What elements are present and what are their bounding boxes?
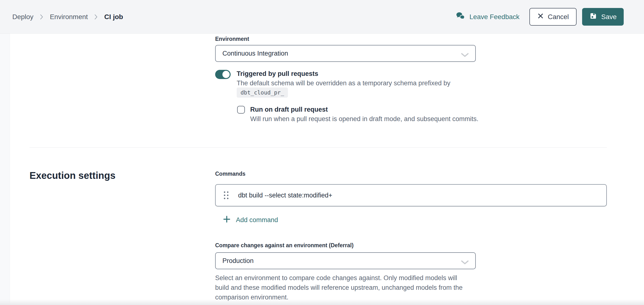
chevron-down-icon [461, 52, 469, 59]
draft-pr-checkbox[interactable] [237, 106, 245, 114]
ci-job-settings-page: Deploy Environment CI job Leave Feedback [0, 0, 644, 305]
leave-feedback-link[interactable]: Leave Feedback [456, 0, 520, 34]
chevron-right-icon [40, 14, 44, 20]
environment-select-value: Continuous Integration [222, 50, 288, 57]
chat-bubbles-icon [456, 12, 465, 22]
bottom-fade [0, 299, 644, 305]
breadcrumb-deploy[interactable]: Deploy [12, 13, 33, 21]
add-command-button[interactable]: Add command [223, 215, 278, 225]
draft-pr-description: Will run when a pull request is opened i… [250, 115, 478, 123]
drag-handle-icon[interactable] [224, 192, 228, 199]
section-divider [30, 148, 607, 148]
commands-field-label: Commands [215, 171, 245, 177]
page-header: Deploy Environment CI job Leave Feedback [0, 0, 644, 34]
deferral-select-value: Production [222, 257, 254, 265]
breadcrumb-environment[interactable]: Environment [50, 13, 88, 21]
pr-trigger-toggle[interactable] [215, 70, 230, 79]
x-icon [537, 12, 544, 21]
save-button[interactable]: Save [582, 8, 624, 26]
cancel-button[interactable]: Cancel [530, 8, 576, 26]
floppy-disk-icon [589, 12, 597, 22]
chevron-right-icon [94, 14, 98, 20]
command-input[interactable]: dbt build --select state:modified+ [238, 192, 332, 199]
pr-trigger-label: Triggered by pull requests [237, 70, 318, 78]
leave-feedback-label: Leave Feedback [470, 13, 520, 21]
cancel-label: Cancel [548, 13, 569, 21]
pr-trigger-description: The default schema will be overridden as… [237, 80, 450, 87]
schema-prefix-code: dbt_cloud_pr_ [237, 88, 288, 98]
deferral-description: Select an environment to compare code ch… [215, 273, 472, 302]
deferral-select[interactable]: Production [215, 252, 476, 269]
plus-icon [223, 215, 230, 225]
chevron-down-icon [461, 259, 469, 266]
save-label: Save [601, 13, 617, 21]
breadcrumb: Deploy Environment CI job [12, 0, 123, 34]
draft-pr-label: Run on draft pull request [250, 106, 328, 113]
environment-field-label: Environment [215, 36, 249, 42]
add-command-label: Add command [236, 216, 278, 224]
toggle-knob [222, 71, 230, 78]
deferral-field-label: Compare changes against an environment (… [215, 242, 354, 249]
left-gutter [0, 34, 10, 305]
environment-select[interactable]: Continuous Integration [215, 45, 476, 62]
command-row[interactable]: dbt build --select state:modified+ [215, 184, 607, 206]
execution-settings-title: Execution settings [30, 170, 116, 181]
breadcrumb-ci-job: CI job [104, 13, 123, 21]
